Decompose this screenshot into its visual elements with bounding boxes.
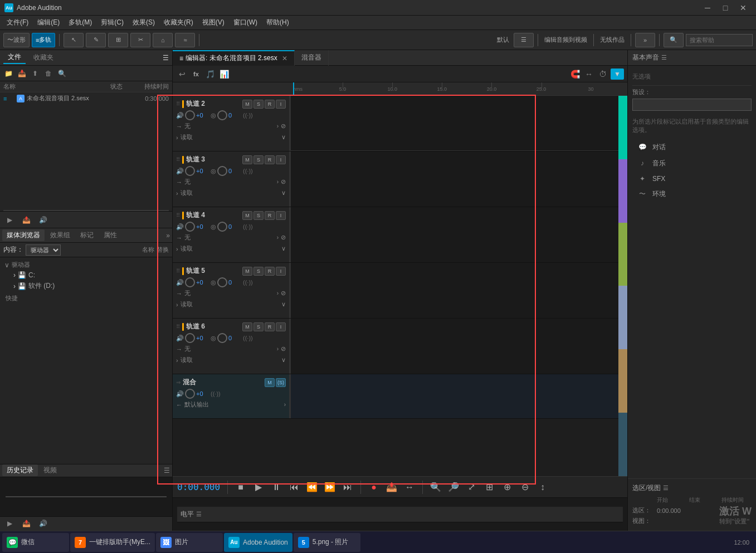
timecode-btn[interactable]: ⏱ [597, 68, 609, 80]
history-export-btn[interactable]: 📤 [20, 518, 32, 529]
goto-end-btn[interactable]: ⏭ [340, 480, 355, 495]
track-2-route-expand[interactable]: › [277, 123, 279, 129]
menu-help[interactable]: 帮助(H) [262, 17, 294, 28]
tab-editor-multitrack[interactable]: ≡ 编辑器: 未命名混音项目 2.sesx ✕ [173, 50, 295, 66]
media-panel-expand-btn[interactable]: » [166, 232, 170, 239]
option-sfx[interactable]: ✦ SFX [632, 172, 752, 186]
tool-btn-1[interactable]: ↖ [64, 33, 84, 47]
track-3-vol-knob[interactable] [185, 166, 195, 176]
option-ambience[interactable]: 〜 环境 [632, 186, 752, 202]
menu-window[interactable]: 窗口(W) [229, 17, 262, 28]
track-4-arm-btn[interactable]: R [265, 211, 275, 220]
favorites-tab[interactable]: 收藏夹 [29, 52, 58, 63]
track-5-input-btn[interactable]: I [276, 267, 286, 276]
menu-clip[interactable]: 剪辑(C) [96, 17, 128, 28]
record-btn[interactable]: ● [367, 480, 381, 495]
track-4-content[interactable] [291, 207, 618, 262]
track-3-arm-btn[interactable]: R [265, 155, 275, 164]
track-6-pan-knob[interactable] [217, 333, 227, 343]
files-tab[interactable]: 文件 [3, 51, 26, 64]
mix-mute-btn[interactable]: M [265, 378, 275, 387]
track-4-solo-btn[interactable]: S [253, 211, 264, 220]
track-4-mute-btn[interactable]: M [242, 211, 252, 220]
media-filter-select[interactable]: 驱动器 [26, 244, 61, 256]
menu-file[interactable]: 文件(F) [2, 17, 33, 28]
history-play-btn[interactable]: ▶ [3, 518, 16, 529]
tab-video[interactable]: 视频 [39, 464, 61, 476]
new-folder-btn[interactable]: 📁 [2, 68, 14, 79]
fast-forward-btn[interactable]: ⏩ [323, 480, 337, 495]
track-5-read-dropdown[interactable]: ∨ [281, 301, 286, 308]
track-3-mute-btn[interactable]: M [242, 155, 252, 164]
sync-btn[interactable]: ↔ [583, 68, 595, 80]
rewind-btn[interactable]: ⏪ [305, 480, 319, 495]
tab-effects-rack[interactable]: 效果组 [46, 229, 75, 241]
minimize-button[interactable]: ─ [699, 2, 716, 13]
track-6-solo-btn[interactable]: S [253, 322, 264, 331]
track-5-content[interactable] [291, 263, 618, 318]
track-5-mute-btn[interactable]: M [242, 267, 252, 276]
taskbar-wechat[interactable]: 💬 微信 [2, 533, 69, 552]
move-to-start-btn[interactable]: ↩ [176, 68, 188, 80]
tab-media-browser[interactable]: 媒体浏览器 [2, 229, 45, 241]
snap-btn[interactable]: 🧲 [569, 68, 581, 80]
track-5-route-expand[interactable]: › [277, 290, 279, 296]
track-4-route-expand[interactable]: › [277, 234, 279, 241]
tool-btn-5[interactable]: ⌂ [153, 33, 173, 47]
menu-view[interactable]: 视图(V) [198, 17, 229, 28]
files-menu-icon[interactable]: ☰ [163, 54, 169, 62]
import-btn[interactable]: 📥 [16, 68, 28, 79]
zoom-in-btn[interactable]: 🔍 [428, 480, 443, 495]
track-2-drag-handle[interactable]: ⠿ [176, 101, 180, 107]
track-3-route-expand[interactable]: › [277, 179, 279, 185]
option-dialogue[interactable]: 💬 对话 [632, 139, 752, 155]
zoom-fit-btn[interactable]: ⤢ [464, 480, 479, 495]
tab-mixer[interactable]: 混音器 [295, 50, 329, 66]
preset-dropdown[interactable] [632, 99, 752, 111]
track-6-drag-handle[interactable]: ⠿ [176, 324, 180, 330]
track-4-drag-handle[interactable]: ⠿ [176, 212, 180, 218]
tab-properties[interactable]: 属性 [99, 229, 121, 241]
mix-route-expand[interactable]: › [284, 402, 286, 408]
pause-btn[interactable]: ⏸ [269, 480, 284, 495]
track-2-vol-knob[interactable] [185, 110, 195, 120]
track-6-arm-btn[interactable]: R [265, 322, 275, 331]
editor-tab-close[interactable]: ✕ [282, 55, 287, 62]
file-item[interactable]: ≡ A 未命名混音项目 2.sesx 0:30.000 [0, 92, 172, 104]
selection-menu-icon[interactable]: ☰ [663, 485, 669, 492]
tool-btn-6[interactable]: ≈ [175, 33, 195, 47]
search-input[interactable] [686, 34, 753, 46]
track-2-input-btn[interactable]: I [276, 100, 286, 109]
volume-btn[interactable]: 🔊 [37, 214, 49, 226]
track-5-pan-knob[interactable] [217, 277, 227, 287]
track-4-input-btn[interactable]: I [276, 211, 286, 220]
track-3-input-btn[interactable]: I [276, 155, 286, 164]
track-3-content[interactable] [291, 151, 618, 207]
track-6-route-expand[interactable]: › [277, 346, 279, 352]
maximize-button[interactable]: □ [717, 2, 734, 13]
drive-c[interactable]: › 💾 C: [11, 270, 170, 280]
default-preset-btn[interactable]: ☰ [514, 33, 534, 47]
mix-drag-handle[interactable]: ⇒ [176, 379, 181, 385]
taskbar-audition[interactable]: Au Adobe Audition [224, 533, 292, 552]
basic-sound-menu-icon[interactable]: ☰ [661, 54, 667, 61]
track-2-arm-btn[interactable]: R [265, 100, 275, 109]
play-preview-btn[interactable]: ▶ [3, 214, 16, 226]
zoom-selection-btn[interactable]: ⊞ [482, 480, 496, 495]
tool-btn-3[interactable]: ⊞ [108, 33, 128, 47]
mix-content[interactable] [291, 374, 618, 418]
playhead-marker[interactable]: ▼ [611, 68, 624, 80]
zoom-in-v-btn[interactable]: ⊕ [500, 480, 514, 495]
tool-btn-2[interactable]: ✎ [86, 33, 106, 47]
tool-btn-4[interactable]: ✂ [130, 33, 150, 47]
export-btn[interactable]: 📤 [20, 214, 32, 226]
zoom-out-v-btn[interactable]: ⊖ [518, 480, 532, 495]
track-2-content[interactable] [291, 96, 618, 151]
zoom-fit-v-btn[interactable]: ↕ [535, 480, 550, 495]
track-6-input-btn[interactable]: I [276, 322, 286, 331]
menu-edit[interactable]: 编辑(E) [33, 17, 64, 28]
multitrack-btn[interactable]: ≡ 多轨 [32, 33, 55, 47]
track-6-content[interactable] [291, 319, 618, 374]
mix-vol-knob[interactable] [185, 389, 195, 399]
history-panel-menu-icon[interactable]: ☰ [164, 467, 170, 474]
